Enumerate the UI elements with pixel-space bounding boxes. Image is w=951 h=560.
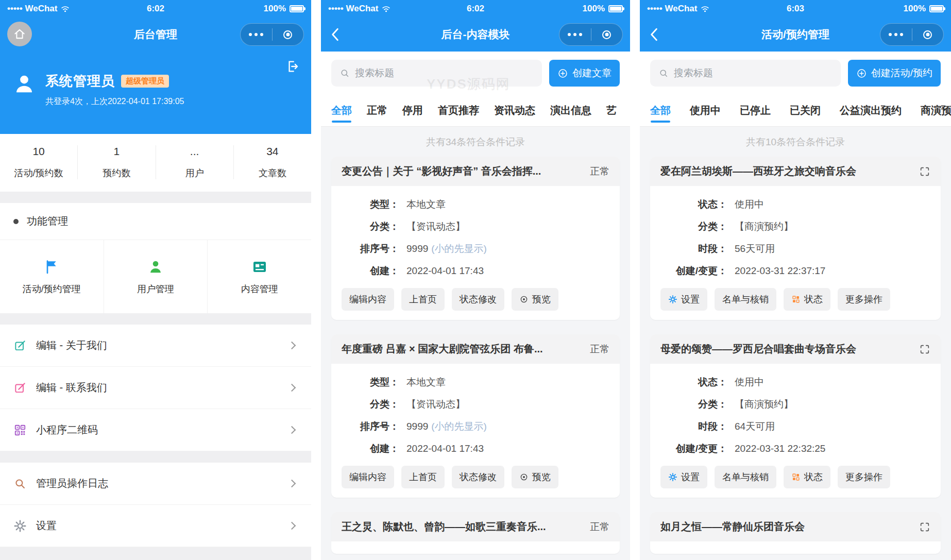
more-actions-button[interactable]: 更多操作 — [838, 288, 890, 311]
tab-stopped[interactable]: 已停止 — [740, 95, 771, 126]
card-header: 王之炅、陈默也、曾韵——如歌三重奏音乐... 正常 — [331, 512, 620, 541]
settings-button[interactable]: 设置 — [660, 466, 707, 488]
change-status-button[interactable]: 状态修改 — [452, 288, 504, 311]
menu-miniprogram-qrcode[interactable]: 小程序二维码 — [0, 409, 311, 451]
expand-icon[interactable] — [919, 344, 930, 355]
settings-button[interactable]: 设置 — [660, 288, 707, 311]
tile-label: 用户管理 — [137, 283, 174, 295]
more-button[interactable] — [241, 33, 272, 36]
edit-square-icon — [13, 339, 27, 352]
card-actions: 设置 名单与核销 状态 更多操作 — [660, 466, 930, 488]
edit-content-button[interactable]: 编辑内容 — [342, 288, 394, 311]
tab-art[interactable]: 艺 — [606, 95, 617, 126]
tab-closed[interactable]: 已关闭 — [790, 95, 821, 126]
activity-card: 母爱的颂赞——罗西尼合唱套曲专场音乐会 状态：使用中 分类：【商演预约】 时段：… — [650, 334, 941, 498]
wifi-icon — [700, 5, 710, 13]
tile-content-management[interactable]: 内容管理 — [208, 240, 311, 313]
gear-icon — [668, 472, 677, 482]
create-article-button[interactable]: 创建文章 — [549, 60, 620, 87]
to-homepage-button[interactable]: 上首页 — [401, 288, 445, 311]
activity-title: 爱在阿兰胡埃斯——西班牙之旅交响音乐会 — [660, 164, 913, 178]
gear-icon — [668, 295, 677, 304]
preview-button[interactable]: 预览 — [512, 466, 558, 488]
tab-in-use[interactable]: 使用中 — [690, 95, 721, 126]
stat-activities: 10活动/预约数 — [0, 145, 78, 179]
activity-period: 64天可用 — [735, 420, 775, 433]
carrier-text: ••••• WeChat — [647, 4, 697, 14]
back-button[interactable] — [326, 25, 344, 44]
roster-checkin-button[interactable]: 名单与核销 — [715, 466, 776, 488]
card-actions: 编辑内容 上首页 状态修改 预览 — [342, 288, 609, 311]
more-actions-button[interactable]: 更多操作 — [838, 466, 890, 488]
card-actions: 编辑内容 上首页 状态修改 预览 — [342, 466, 609, 488]
status-button[interactable]: 状态 — [784, 466, 830, 488]
tab-home-featured[interactable]: 首页推荐 — [438, 95, 479, 126]
menu-settings[interactable]: 设置 — [0, 505, 311, 547]
tile-activity-management[interactable]: 活动/预约管理 — [0, 240, 104, 313]
divider-gap — [0, 451, 311, 463]
home-button[interactable] — [7, 22, 32, 46]
edit-content-button[interactable]: 编辑内容 — [342, 466, 394, 488]
result-count: 共有34条符合条件记录 — [321, 127, 630, 157]
article-title: 王之炅、陈默也、曾韵——如歌三重奏音乐... — [342, 520, 584, 534]
logout-icon[interactable] — [285, 59, 300, 76]
search-input[interactable] — [355, 67, 534, 79]
card-header: 爱在阿兰胡埃斯——西班牙之旅交响音乐会 — [650, 157, 941, 186]
nav-bar: 后台-内容模块 — [321, 18, 630, 52]
tab-public-show[interactable]: 公益演出预约 — [840, 95, 902, 126]
bottom-spacer — [0, 547, 311, 560]
menu-edit-about[interactable]: 编辑 - 关于我们 — [0, 325, 311, 367]
roster-checkin-button[interactable]: 名单与核销 — [715, 288, 776, 311]
status-bar: ••••• WeChat 6:02 100% — [321, 0, 630, 18]
tab-normal[interactable]: 正常 — [367, 95, 387, 126]
article-type: 本地文章 — [406, 376, 446, 389]
menu-admin-log[interactable]: 管理员操作日志 — [0, 463, 311, 505]
created-time: 2022-04-01 17:43 — [406, 443, 484, 454]
card-body: 状态：使用中 分类：【商演预约】 时段：64天可用 创建/变更：2022-03-… — [650, 364, 941, 498]
battery-icon — [608, 5, 623, 12]
result-count: 共有10条符合条件记录 — [640, 127, 951, 157]
page-title: 后台管理 — [134, 27, 177, 42]
clock-text: 6:03 — [787, 4, 804, 14]
expand-icon[interactable] — [919, 521, 930, 533]
nav-bar: 活动/预约管理 — [640, 18, 951, 52]
to-homepage-button[interactable]: 上首页 — [401, 466, 445, 488]
search-box[interactable] — [331, 60, 542, 87]
more-button[interactable] — [880, 33, 912, 36]
tab-all[interactable]: 全部 — [331, 95, 352, 126]
change-status-button[interactable]: 状态修改 — [452, 466, 504, 488]
expand-icon[interactable] — [919, 166, 930, 177]
preview-button[interactable]: 预览 — [512, 288, 558, 311]
tab-news[interactable]: 资讯动态 — [494, 95, 535, 126]
tile-user-management[interactable]: 用户管理 — [104, 240, 208, 313]
more-button[interactable] — [559, 33, 591, 36]
card-body — [331, 541, 620, 554]
tab-disabled[interactable]: 停用 — [402, 95, 423, 126]
tab-all[interactable]: 全部 — [650, 95, 671, 126]
stat-bookings: 1预约数 — [78, 145, 156, 179]
wifi-icon — [381, 5, 391, 13]
search-toolbar: 创建活动/预约 — [640, 52, 951, 95]
target-icon — [602, 30, 611, 39]
status-button[interactable]: 状态 — [784, 288, 830, 311]
search-box[interactable] — [650, 60, 841, 87]
article-card: 王之炅、陈默也、曾韵——如歌三重奏音乐... 正常 — [331, 512, 620, 554]
tab-show-info[interactable]: 演出信息 — [550, 95, 591, 126]
stats-row: 10活动/预约数 1预约数 ...用户 34文章数 — [0, 134, 311, 192]
battery-icon — [290, 5, 304, 12]
minimize-button[interactable] — [912, 30, 944, 39]
minimize-button[interactable] — [273, 30, 304, 39]
chevron-right-icon — [288, 426, 296, 434]
menu-edit-contact[interactable]: 编辑 - 联系我们 — [0, 367, 311, 409]
card-body: 状态：使用中 分类：【商演预约】 时段：56天可用 创建/变更：2022-03-… — [650, 186, 941, 320]
back-button[interactable] — [645, 25, 663, 44]
article-category: 【资讯动态】 — [406, 398, 465, 411]
activity-state: 使用中 — [735, 198, 764, 211]
create-activity-button[interactable]: 创建活动/预约 — [848, 60, 941, 87]
tab-commercial-show[interactable]: 商演预约 — [921, 95, 951, 126]
search-input[interactable] — [674, 67, 833, 79]
minimize-button[interactable] — [591, 30, 623, 39]
qr-code-icon — [13, 423, 27, 437]
capsule-menu — [240, 23, 304, 46]
activity-period: 56天可用 — [735, 242, 775, 256]
